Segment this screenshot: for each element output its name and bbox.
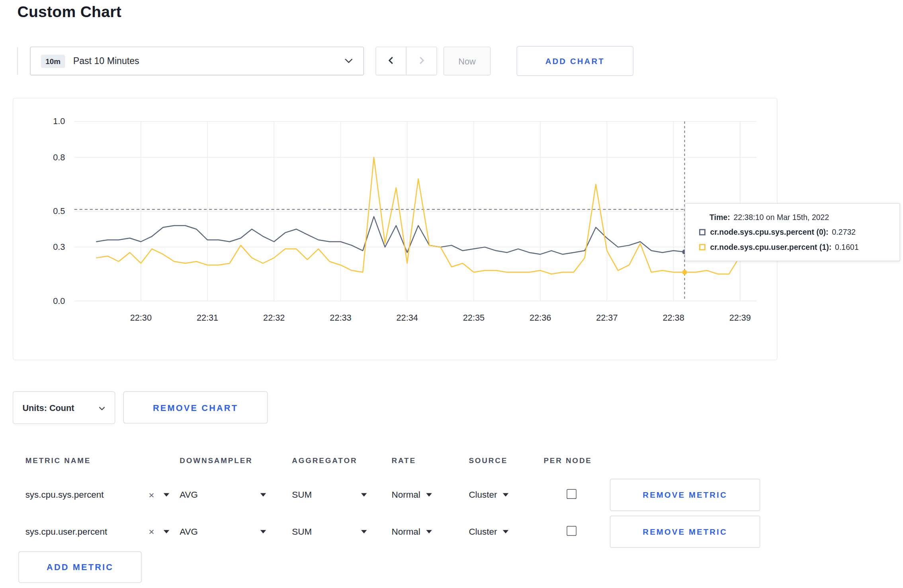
svg-text:22:38: 22:38 [663,313,684,323]
page-title: Custom Chart [17,4,121,21]
toolbar: 10m Past 10 Minutes Now ADD CHART [0,46,903,77]
next-range-button[interactable] [406,47,437,75]
add-chart-button[interactable]: ADD CHART [516,46,633,76]
metric-name-value: sys.cpu.user.percent [25,526,108,537]
col-header-aggregator: AGGREGATOR [292,456,391,465]
col-header-rate: RATE [392,456,469,465]
aggregator-value: SUM [292,526,312,537]
col-header-metric-name: METRIC NAME [25,456,180,465]
svg-text:0.0: 0.0 [53,296,65,306]
per-node-checkbox[interactable] [567,489,577,499]
tooltip-series-value: 0.2732 [832,228,856,237]
rate-value: Normal [392,526,420,537]
clear-icon[interactable]: × [149,490,154,500]
tooltip-time-label: Time: [710,213,730,222]
tooltip-series-row: cr.node.sys.cpu.user.percent (1): 0.1601 [699,243,890,251]
svg-text:22:36: 22:36 [530,313,551,323]
source-select[interactable]: Cluster [469,490,543,500]
downsampler-value: AVG [180,490,198,500]
prev-range-button[interactable] [375,47,407,75]
metrics-table-header: METRIC NAME DOWNSAMPLER AGGREGATOR RATE … [13,444,778,477]
rate-select[interactable]: Normal [392,490,469,500]
caret-down-icon [426,530,432,533]
tooltip-series-row: cr.node.sys.cpu.sys.percent (0): 0.2732 [699,228,890,237]
chevron-down-icon [98,403,105,413]
svg-text:1.0: 1.0 [53,116,65,126]
downsampler-select[interactable]: AVG [180,526,266,537]
chart-footer: Units: Count REMOVE CHART [13,391,778,425]
remove-metric-button[interactable]: REMOVE METRIC [610,516,760,548]
tooltip-series-label: cr.node.sys.cpu.user.percent (1): [710,243,831,251]
tooltip-series-value: 0.1601 [835,243,859,251]
col-header-downsampler: DOWNSAMPLER [180,456,292,465]
downsampler-value: AVG [180,526,198,537]
svg-text:22:33: 22:33 [330,313,351,323]
chevron-left-icon [387,56,395,66]
chart-tooltip: Time:22:38:10 on Mar 15th, 2022 cr.node.… [685,203,900,261]
caret-down-icon[interactable] [164,493,169,497]
chevron-right-icon [418,56,426,66]
metrics-table: METRIC NAME DOWNSAMPLER AGGREGATOR RATE … [13,444,778,551]
chart-panel: 0.00.30.50.81.022:3022:3122:3222:3322:34… [13,98,778,360]
caret-down-icon [503,530,508,533]
rate-select[interactable]: Normal [392,526,469,537]
per-node-cell [543,489,610,501]
metric-name-select[interactable]: sys.cpu.user.percent × [25,526,170,537]
svg-text:22:31: 22:31 [197,313,218,323]
chevron-down-icon [344,58,353,64]
svg-text:0.5: 0.5 [53,206,65,216]
metric-name-value: sys.cpu.sys.percent [25,490,104,500]
time-range-label: Past 10 Minutes [73,56,139,66]
col-header-source: SOURCE [469,456,543,465]
line-chart[interactable]: 0.00.30.50.81.022:3022:3122:3222:3322:34… [18,113,766,327]
source-value: Cluster [469,526,497,537]
metric-name-select[interactable]: sys.cpu.sys.percent × [25,490,170,500]
per-node-checkbox[interactable] [567,526,577,535]
caret-down-icon [426,493,432,497]
caret-down-icon [503,493,508,497]
add-metric-button[interactable]: ADD METRIC [18,551,142,583]
caret-down-icon [260,530,266,533]
aggregator-select[interactable]: SUM [292,526,367,537]
svg-text:22:37: 22:37 [596,313,618,323]
aggregator-value: SUM [292,490,312,500]
aggregator-select[interactable]: SUM [292,490,367,500]
time-range-badge: 10m [41,55,65,68]
svg-text:22:39: 22:39 [729,313,751,323]
svg-text:22:34: 22:34 [397,313,418,323]
custom-chart-page: Custom Chart 10m Past 10 Minutes Now AD [0,0,903,588]
toolbar-divider [17,47,18,75]
caret-down-icon [260,493,266,497]
time-nav-group [375,47,437,75]
remove-chart-button[interactable]: REMOVE CHART [123,391,268,424]
tooltip-time: Time:22:38:10 on Mar 15th, 2022 [699,213,890,222]
svg-text:22:32: 22:32 [263,313,285,323]
metric-row: sys.cpu.sys.percent × AVG SUM Normal Clu… [13,477,778,514]
caret-down-icon[interactable] [164,530,169,533]
units-label: Units: Count [22,403,74,413]
svg-text:22:30: 22:30 [130,313,152,323]
time-range-select[interactable]: 10m Past 10 Minutes [30,47,364,75]
units-select[interactable]: Units: Count [13,391,115,424]
downsampler-select[interactable]: AVG [180,490,266,500]
col-header-per-node: PER NODE [543,456,610,465]
caret-down-icon [361,530,367,533]
caret-down-icon [361,493,367,497]
svg-text:0.8: 0.8 [53,152,65,162]
rate-value: Normal [392,490,420,500]
per-node-cell [543,526,610,537]
series-swatch-sys [699,229,706,236]
source-select[interactable]: Cluster [469,526,543,537]
remove-metric-button[interactable]: REMOVE METRIC [610,479,760,511]
series-swatch-user [699,244,706,250]
svg-text:22:35: 22:35 [463,313,485,323]
tooltip-series-label: cr.node.sys.cpu.sys.percent (0): [710,228,828,237]
metric-row: sys.cpu.user.percent × AVG SUM Normal Cl… [13,513,778,550]
tooltip-time-value: 22:38:10 on Mar 15th, 2022 [733,213,829,222]
source-value: Cluster [469,490,497,500]
now-button[interactable]: Now [444,47,491,75]
clear-icon[interactable]: × [149,527,154,537]
svg-text:0.3: 0.3 [53,242,65,252]
